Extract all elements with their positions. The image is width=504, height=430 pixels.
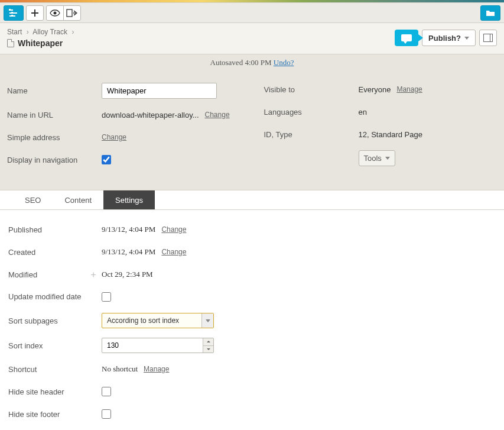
simple-address-label: Simple address [7, 133, 102, 142]
name-label: Name [7, 86, 102, 95]
idtype-label: ID, Type [264, 130, 359, 139]
hide-footer-checkbox[interactable] [102, 409, 111, 419]
tools-label: Tools [364, 154, 382, 163]
name-input[interactable] [102, 83, 217, 99]
sort-index-input[interactable] [102, 341, 203, 350]
tree-icon [9, 9, 18, 17]
properties-form: Name Name in URL download-whitepaper-all… [0, 71, 504, 190]
hide-header-checkbox[interactable] [102, 387, 111, 396]
tree-panel-toggle[interactable] [4, 5, 24, 21]
comments-button[interactable] [395, 30, 418, 46]
stepper-up[interactable] [203, 338, 213, 346]
update-modified-checkbox[interactable] [102, 292, 111, 302]
published-change-link[interactable]: Change [161, 225, 186, 234]
url-value: download-whitepaper-alloy... [102, 111, 199, 119]
shortcut-manage-link[interactable]: Manage [144, 365, 169, 373]
assets-panel-toggle[interactable] [480, 5, 500, 21]
chevron-down-icon [385, 157, 390, 160]
svg-rect-2 [11, 15, 13, 17]
plus-icon [31, 9, 39, 17]
breadcrumb: Start › Alloy Track › [7, 28, 76, 36]
url-label: Name in URL [7, 111, 102, 119]
created-label: Created [8, 248, 102, 257]
tab-settings[interactable]: Settings [103, 190, 155, 209]
created-change-link[interactable]: Change [161, 248, 186, 256]
settings-panel: Published 9/13/12, 4:04 PM Change Create… [0, 210, 504, 430]
sort-index-stepper[interactable] [102, 338, 214, 353]
shortcut-label: Shortcut [8, 365, 102, 374]
compare-button[interactable] [63, 5, 81, 21]
hide-footer-label: Hide site footer [8, 410, 102, 419]
autosave-bar: Autosaved 4:00 PM Undo? [0, 54, 504, 71]
undo-link[interactable]: Undo? [274, 58, 294, 67]
languages-label: Languages [264, 108, 359, 117]
display-nav-label: Display in navigation [7, 156, 102, 164]
page-title: Whitepaper [18, 38, 63, 48]
eye-icon [50, 9, 60, 17]
chevron-down-icon [464, 37, 469, 40]
update-modified-label: Update modified date [8, 292, 102, 302]
shortcut-value: No shortcut [102, 364, 138, 374]
modified-label: Modified ✕ [8, 270, 102, 279]
header: Start › Alloy Track › Whitepaper Publish… [0, 23, 504, 54]
tab-content[interactable]: Content [53, 190, 103, 209]
tab-seo[interactable]: SEO [13, 190, 53, 209]
pin-icon: ✕ [89, 270, 98, 279]
svg-point-5 [74, 12, 76, 14]
add-button[interactable] [26, 5, 44, 21]
sort-subpages-value: According to sort index [102, 316, 201, 325]
created-value: 9/13/12, 4:04 PM [102, 247, 155, 257]
svg-rect-4 [67, 9, 72, 17]
sort-index-label: Sort index [8, 341, 102, 350]
document-icon [7, 39, 14, 47]
layout-icon [483, 34, 493, 42]
chevron-down-icon [206, 319, 210, 322]
chevron-right-icon: › [27, 28, 29, 36]
visible-manage-link[interactable]: Manage [396, 85, 422, 93]
modified-value: Oct 29, 2:34 PM [102, 270, 153, 279]
layout-toggle-button[interactable] [479, 30, 497, 46]
languages-value: en [359, 108, 367, 117]
autosave-text: Autosaved 4:00 PM [210, 58, 272, 67]
chevron-right-icon: › [71, 28, 74, 36]
publish-button[interactable]: Publish? [422, 30, 476, 46]
svg-point-3 [54, 11, 57, 14]
idtype-value: 12, Standard Page [359, 130, 422, 139]
breadcrumb-track[interactable]: Alloy Track [32, 28, 67, 36]
published-value: 9/13/12, 4:04 PM [102, 225, 155, 234]
svg-rect-1 [11, 12, 13, 14]
sort-subpages-select[interactable]: According to sort index [102, 313, 214, 328]
tools-dropdown[interactable]: Tools [359, 150, 395, 166]
url-change-link[interactable]: Change [205, 111, 230, 119]
visible-label: Visible to [264, 85, 359, 94]
tabs: SEO Content Settings [0, 190, 504, 210]
preview-button[interactable] [46, 5, 64, 21]
stepper-down[interactable] [203, 346, 213, 353]
breadcrumb-start[interactable]: Start [7, 28, 22, 36]
folder-icon [486, 9, 495, 17]
publish-label: Publish? [428, 34, 461, 43]
compare-icon [66, 9, 78, 17]
toolbar [0, 2, 504, 23]
simple-address-change-link[interactable]: Change [102, 133, 126, 141]
display-nav-checkbox[interactable] [102, 155, 111, 164]
hide-header-label: Hide site header [8, 387, 102, 396]
svg-rect-0 [9, 9, 11, 11]
sort-subpages-label: Sort subpages [8, 316, 102, 325]
speech-bubble-icon [401, 34, 412, 41]
visible-value: Everyone [359, 85, 391, 94]
published-label: Published [8, 225, 102, 234]
